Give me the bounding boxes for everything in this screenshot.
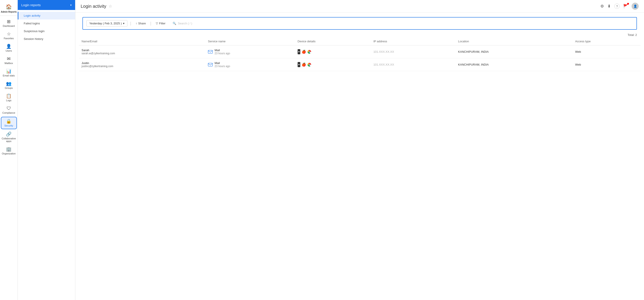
sidebar-item-users[interactable]: 👤 Users bbox=[1, 42, 17, 54]
chevron-down-icon: ▾ bbox=[70, 4, 72, 7]
sidebar-item-favorites[interactable]: ☆ Favorites bbox=[1, 30, 17, 42]
monitor-icon: ▪ bbox=[298, 49, 300, 54]
help-icon[interactable]: ? bbox=[614, 4, 620, 9]
cell-access-type: Web bbox=[572, 58, 640, 71]
col-name-email: Name/Email bbox=[79, 38, 205, 46]
col-location: Location bbox=[456, 38, 572, 46]
separator-2: | bbox=[150, 21, 151, 26]
sidebar-item-security[interactable]: 🔒 Security bbox=[1, 117, 17, 129]
main-content: Login activity ☆ ⚙ ⬇ ? 🚩 👤 Yesterday ( F… bbox=[75, 0, 644, 300]
cell-device-details: ▪ 🍎 bbox=[295, 58, 371, 71]
sidebar-item-compliance[interactable]: 🛡 Compliance bbox=[1, 104, 17, 116]
cell-name-email: Sarahsarah.w@zylkertraining.com bbox=[79, 46, 205, 58]
toolbar: Yesterday ( Feb 3, 2025 ) ▾ | ↑ Share | … bbox=[82, 17, 637, 30]
mail-icon bbox=[208, 50, 213, 54]
svg-point-4 bbox=[309, 51, 310, 52]
cell-location: KANCHIPURAM, INDIA bbox=[456, 58, 572, 71]
user-avatar[interactable]: 👤 bbox=[632, 3, 639, 10]
date-range-button[interactable]: Yesterday ( Feb 3, 2025 ) ▾ bbox=[86, 20, 128, 26]
left-navigation: 🏠 Admin Reports ⊞ Dashboard ☆ Favorites … bbox=[0, 0, 18, 300]
notification-badge bbox=[627, 3, 629, 5]
col-device-details: Device details bbox=[295, 38, 371, 46]
dashboard-icon: ⊞ bbox=[7, 19, 11, 24]
app-title: Admin Reports bbox=[1, 11, 17, 13]
cell-ip-address: 101.XXX.XX.XX bbox=[371, 58, 456, 71]
filter-icon: ▽ bbox=[156, 22, 158, 25]
logs-icon: 📋 bbox=[6, 94, 12, 98]
download-icon[interactable]: ⬇ bbox=[608, 4, 611, 9]
compliance-icon: 🛡 bbox=[7, 106, 11, 110]
chrome-icon bbox=[307, 63, 311, 67]
sidebar-item-email-stats[interactable]: 📊 Email stats bbox=[1, 67, 17, 79]
svg-rect-5 bbox=[208, 63, 212, 66]
sidebar-header[interactable]: Login reports ▾ bbox=[18, 0, 75, 10]
chrome-icon bbox=[307, 50, 311, 54]
cell-location: KANCHIPURAM, INDIA bbox=[456, 46, 572, 58]
apple-icon: 🍎 bbox=[302, 62, 306, 67]
sidebar-item-groups[interactable]: 👥 Groups bbox=[1, 80, 17, 91]
page-title: Login activity bbox=[81, 4, 106, 9]
favorite-star-icon[interactable]: ☆ bbox=[108, 4, 112, 9]
sidebar-item-mailbox[interactable]: ✉ Mailbox bbox=[1, 55, 17, 66]
separator-1: | bbox=[130, 21, 131, 26]
app-logo-icon: 🏠 bbox=[6, 4, 12, 10]
share-button[interactable]: ↑ Share bbox=[134, 21, 148, 26]
app-title-bar: 🏠 Admin Reports bbox=[0, 2, 18, 16]
collaborative-apps-icon: 🔗 bbox=[6, 132, 12, 136]
search-placeholder: Search ( / ) bbox=[178, 22, 192, 25]
col-service-name: Service name bbox=[205, 38, 295, 46]
settings-icon[interactable]: ⚙ bbox=[600, 4, 604, 9]
mail-icon bbox=[208, 63, 213, 66]
cell-service: Mail 23 hours ago bbox=[205, 46, 295, 58]
monitor-icon: ▪ bbox=[298, 62, 300, 67]
cell-name-email: Justinjustinc@zylkertraining.com bbox=[79, 58, 205, 71]
share-icon: ↑ bbox=[136, 22, 137, 25]
topbar: Login activity ☆ ⚙ ⬇ ? 🚩 👤 bbox=[75, 0, 644, 13]
groups-icon: 👥 bbox=[6, 81, 12, 86]
security-icon: 🔒 bbox=[6, 119, 12, 124]
organization-icon: 🏢 bbox=[6, 147, 12, 151]
search-icon: 🔍 bbox=[173, 22, 176, 25]
table-row: Sarahsarah.w@zylkertraining.com Mail 23 … bbox=[79, 46, 640, 58]
sidebar-item-collaborative-apps[interactable]: 🔗 Collaborative apps bbox=[1, 130, 17, 144]
sidebar-item-logs[interactable]: 📋 Logs bbox=[1, 92, 17, 104]
cell-service: Mail 23 hours ago bbox=[205, 58, 295, 71]
cell-device-details: ▪ 🍎 bbox=[295, 46, 371, 58]
sidebar-item-failed-logins[interactable]: Failed logins bbox=[18, 20, 75, 27]
table-row: Justinjustinc@zylkertraining.com Mail 23… bbox=[79, 58, 640, 71]
email-stats-icon: 📊 bbox=[6, 69, 12, 73]
cell-ip-address: 101.XXX.XX.XX bbox=[371, 46, 456, 58]
svg-point-9 bbox=[309, 64, 310, 65]
col-access-type: Access type bbox=[572, 38, 640, 46]
cell-access-type: Web bbox=[572, 46, 640, 58]
notifications-icon[interactable]: 🚩 bbox=[623, 4, 628, 9]
apple-icon: 🍎 bbox=[302, 50, 306, 54]
sidebar-submenu: Login activity Failed logins Suspicious … bbox=[18, 10, 75, 44]
topbar-actions: ⚙ ⬇ ? 🚩 👤 bbox=[600, 3, 639, 10]
sidebar-item-organization[interactable]: 🏢 Organization bbox=[1, 145, 17, 157]
sidebar-item-session-history[interactable]: Session history bbox=[18, 35, 75, 43]
date-range-label: Yesterday ( Feb 3, 2025 ) bbox=[89, 22, 122, 25]
chevron-down-icon: ▾ bbox=[123, 22, 124, 25]
sidebar-header-label: Login reports bbox=[21, 3, 41, 7]
page-title-area: Login activity ☆ bbox=[81, 4, 112, 9]
users-icon: 👤 bbox=[6, 44, 12, 48]
sidebar-item-suspicious-login[interactable]: Suspicious login bbox=[18, 27, 75, 35]
svg-rect-0 bbox=[208, 50, 212, 53]
sidebar-item-login-activity[interactable]: Login activity bbox=[18, 12, 75, 20]
table-container: Name/Email Service name Device details I… bbox=[75, 38, 644, 300]
login-activity-table: Name/Email Service name Device details I… bbox=[79, 38, 640, 71]
mailbox-icon: ✉ bbox=[7, 56, 11, 61]
search-box[interactable]: 🔍 Search ( / ) bbox=[170, 21, 633, 26]
total-count: Total: 2 bbox=[628, 33, 637, 36]
filter-button[interactable]: ▽ Filter bbox=[154, 21, 167, 26]
table-header-row: Name/Email Service name Device details I… bbox=[79, 38, 640, 46]
sidebar: Login reports ▾ Login activity Failed lo… bbox=[18, 0, 75, 300]
favorites-icon: ☆ bbox=[7, 32, 11, 36]
col-ip-address: IP address bbox=[371, 38, 456, 46]
sidebar-item-dashboard[interactable]: ⊞ Dashboard bbox=[1, 18, 17, 29]
